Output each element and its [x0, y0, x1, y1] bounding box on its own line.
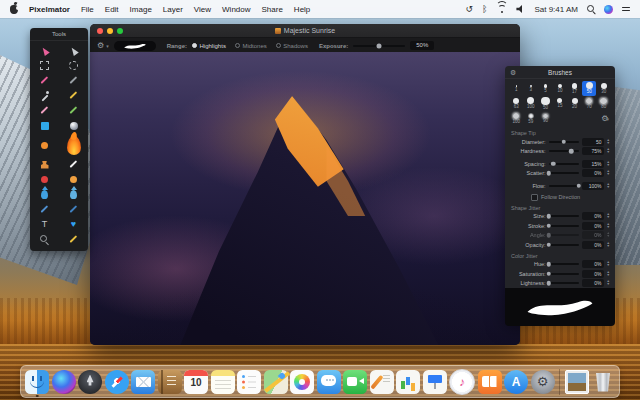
angle-stepper[interactable]: ▲▼ [607, 232, 610, 238]
brush-size-5[interactable]: 5 [538, 81, 553, 96]
messages-dock-icon[interactable] [317, 370, 341, 394]
brush-size-70[interactable]: 70 [582, 96, 597, 111]
size-stepper[interactable]: ▲▼ [607, 213, 610, 219]
opacity-slider[interactable] [549, 244, 579, 246]
color-tool[interactable] [32, 138, 58, 153]
brush-settings-gear-icon[interactable]: ⚙ [97, 42, 104, 50]
brush-size-59[interactable]: 59 [524, 111, 539, 126]
brush-size-30[interactable]: 30 [596, 81, 611, 96]
eraser-tool[interactable] [32, 103, 58, 118]
brush-stroke-preview[interactable] [114, 41, 156, 51]
keynote-dock-icon[interactable] [423, 370, 447, 394]
slider-thumb[interactable] [546, 272, 551, 277]
paint-bucket-tool[interactable] [32, 118, 58, 133]
zoom-tool[interactable] [32, 232, 58, 247]
diameter-slider[interactable] [549, 141, 579, 143]
range-option-shadows[interactable]: Shadows [276, 43, 308, 49]
hardness-stepper[interactable]: ▲▼ [607, 148, 610, 154]
siri-dock-icon[interactable] [52, 370, 76, 394]
contacts-dock-icon[interactable] [158, 370, 182, 394]
brush-size-3[interactable]: 3 [524, 81, 539, 96]
shape-tool[interactable]: ♥ [61, 217, 87, 232]
notification-center-icon[interactable] [622, 7, 630, 12]
slider-thumb[interactable] [546, 281, 551, 286]
lightness-stepper[interactable]: ▲▼ [607, 280, 610, 286]
launchpad-dock-icon[interactable] [78, 370, 102, 394]
image-canvas[interactable] [90, 52, 520, 345]
appstore-dock-icon[interactable]: A [504, 370, 528, 394]
spacing-slider[interactable] [549, 163, 579, 165]
brush-size-90[interactable]: 90 [538, 111, 553, 126]
slider-thumb[interactable] [569, 149, 574, 154]
brush-size-100[interactable]: 100 [509, 111, 524, 126]
menu-layer[interactable]: Layer [163, 5, 183, 14]
slider-thumb[interactable] [546, 243, 551, 248]
magic-wand-tool[interactable] [32, 88, 58, 103]
scatter-slider[interactable] [549, 172, 579, 174]
flow-slider[interactable] [549, 185, 579, 187]
safari-dock-icon[interactable] [105, 370, 129, 394]
brush-size-15[interactable]: 15 [553, 96, 568, 111]
brush-size-100[interactable]: 100 [524, 96, 539, 111]
slider-thumb[interactable] [576, 184, 581, 189]
clone-stamp-tool[interactable] [32, 157, 58, 172]
sharpen-tool[interactable] [61, 187, 87, 202]
lightness-slider[interactable] [549, 282, 579, 284]
move-tool[interactable] [32, 43, 58, 58]
window-titlebar[interactable]: Majestic Sunrise [90, 24, 520, 38]
pen-tool[interactable] [61, 232, 87, 247]
saturation-slider[interactable] [549, 273, 579, 275]
photostack-dock-icon[interactable] [565, 370, 589, 394]
menu-share[interactable]: Share [262, 5, 283, 14]
ellipse-marquee-tool[interactable] [61, 58, 87, 73]
paint-brush-tool-selected[interactable] [61, 133, 87, 157]
facetime-dock-icon[interactable] [343, 370, 367, 394]
brush-size-17[interactable]: 17 [567, 81, 582, 96]
maps-dock-icon[interactable] [264, 370, 288, 394]
paint-selection-tool[interactable] [61, 88, 87, 103]
slice-tool[interactable] [61, 103, 87, 118]
scatter-stepper[interactable]: ▲▼ [607, 170, 610, 176]
slider-thumb[interactable] [561, 140, 566, 145]
itunes-dock-icon[interactable]: ♪ [449, 369, 475, 395]
hue-slider[interactable] [549, 263, 579, 265]
menu-edit[interactable]: Edit [105, 5, 119, 14]
slider-thumb[interactable] [551, 162, 556, 167]
brush-size-20[interactable]: 20 [567, 96, 582, 111]
sysprefs-dock-icon[interactable]: ⚙ [531, 370, 555, 394]
follow-direction-row[interactable]: Follow Direction [505, 191, 615, 202]
menu-view[interactable]: View [194, 5, 211, 14]
opacity-stepper[interactable]: ▲▼ [607, 242, 610, 248]
trash-dock-icon[interactable] [591, 370, 615, 394]
checkbox-icon[interactable] [531, 194, 538, 201]
flow-stepper[interactable]: ▲▼ [607, 183, 610, 189]
exposure-slider[interactable] [353, 45, 405, 47]
arrange-tool[interactable] [61, 43, 87, 58]
rect-marquee-tool[interactable] [32, 58, 58, 73]
hardness-slider[interactable] [549, 150, 579, 152]
bluetooth-icon[interactable]: ᛒ [482, 5, 487, 14]
brush-size-63[interactable]: 63 [509, 96, 524, 111]
menu-image[interactable]: Image [130, 5, 152, 14]
slider-thumb[interactable] [546, 262, 551, 267]
sponge-tool[interactable] [61, 172, 87, 187]
app-menu[interactable]: Pixelmator [29, 5, 70, 14]
ibooks-dock-icon[interactable] [478, 370, 502, 394]
brush-grid-settings[interactable]: ⚙▾ [582, 111, 611, 126]
stroke-slider[interactable] [549, 225, 579, 227]
spotlight-icon[interactable] [587, 5, 595, 13]
slider-thumb[interactable] [546, 233, 551, 238]
range-option-highlights[interactable]: Highlights [192, 43, 226, 49]
size-slider[interactable] [549, 215, 579, 217]
spacing-stepper[interactable]: ▲▼ [607, 161, 610, 167]
hue-stepper[interactable]: ▲▼ [607, 261, 610, 267]
menu-clock[interactable]: Sat 9:41 AM [534, 5, 578, 14]
pencil-tool[interactable] [61, 202, 87, 217]
mail-dock-icon[interactable] [131, 370, 155, 394]
stroke-stepper[interactable]: ▲▼ [607, 223, 610, 229]
polygonal-lasso-tool[interactable] [61, 73, 87, 88]
wifi-icon[interactable] [496, 5, 507, 13]
menu-file[interactable]: File [81, 5, 94, 14]
menu-help[interactable]: Help [294, 5, 310, 14]
numbers-dock-icon[interactable] [396, 370, 420, 394]
